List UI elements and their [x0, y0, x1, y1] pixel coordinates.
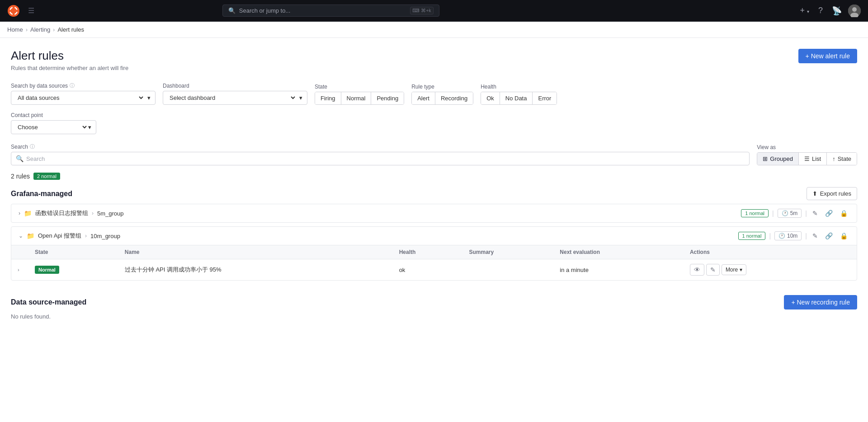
search-input-wrap: 🔍 [11, 152, 750, 165]
svg-point-2 [13, 6, 15, 8]
rule-type-recording-btn[interactable]: Recording [435, 92, 473, 104]
grafana-section-title: Grafana-managed [11, 190, 72, 198]
export-group-1-button[interactable]: 🔒 [838, 209, 849, 218]
clock-icon: 🕐 [778, 233, 785, 239]
dashboard-select[interactable]: Select dashboard ▾ [163, 91, 307, 105]
rules-table: State Name Health Summary Next evaluatio… [11, 245, 857, 280]
row-indent-cell: › [11, 259, 29, 281]
col-name: Name [119, 245, 394, 259]
folder-icon: 📁 [27, 232, 34, 239]
svg-point-7 [852, 7, 857, 12]
view-rule-button[interactable]: 👁 [690, 264, 704, 276]
health-ok-btn[interactable]: Ok [481, 92, 500, 104]
rules-count: 2 rules [11, 173, 30, 180]
export-group-2-button[interactable]: 🔒 [838, 231, 849, 240]
clock-icon: 🕐 [782, 210, 788, 216]
search-icon: 🔍 [228, 7, 236, 14]
arrow-separator: › [92, 210, 94, 216]
col-indent [11, 245, 29, 259]
search-shortcut: ⌨ ⌘+k [410, 7, 434, 14]
action-buttons: 👁 ✎ More ▾ [690, 264, 851, 276]
export-rules-button[interactable]: ⬆ Export rules [807, 187, 857, 200]
page-subtitle: Rules that determine whether an alert wi… [11, 65, 128, 71]
col-summary: Summary [463, 245, 554, 259]
group-name: 5m_group [97, 210, 124, 217]
data-source-dropdown[interactable]: All data sources [16, 94, 145, 102]
chevron-right-icon: › [19, 210, 20, 216]
rules-summary: 2 rules 2 normal [11, 173, 857, 180]
arrow-separator: › [85, 233, 87, 239]
contact-point-row: Contact point Choose ▾ [11, 112, 857, 134]
add-menu-button[interactable]: + ▾ [797, 4, 812, 17]
state-filter-group: State Firing Normal Pending [315, 84, 404, 105]
rule-group-2-row[interactable]: ⌄ 📁 Open Api 报警组 › 10m_group 1 normal | … [11, 227, 857, 245]
rule-expand-button[interactable]: › [17, 266, 20, 273]
app-logo[interactable] [7, 5, 20, 17]
new-alert-rule-button[interactable]: + New alert rule [798, 49, 857, 63]
normal-badge: 2 normal [33, 173, 60, 180]
view-grouped-btn[interactable]: ⊞ Grouped [757, 153, 799, 165]
state-icon: ↑ [832, 155, 835, 162]
interval-badge: 🕐 10m [774, 231, 802, 240]
search-group: Search ⓘ 🔍 [11, 143, 750, 165]
rule-type-alert-btn[interactable]: Alert [412, 92, 435, 104]
rule-group-1-row[interactable]: › 📁 函数错误日志报警组 › 5m_group 1 normal | 🕐 5m… [11, 204, 857, 222]
contact-point-select[interactable]: Choose ▾ [11, 120, 96, 134]
view-list-btn[interactable]: ☰ List [799, 153, 827, 165]
ds-section-header: Data source-managed + New recording rule [11, 295, 857, 309]
data-source-filter-group: Search by data sources ⓘ All data source… [11, 82, 156, 105]
rule-group-1: › 📁 函数错误日志报警组 › 5m_group 1 normal | 🕐 5m… [11, 204, 857, 223]
chevron-down-icon: ▾ [147, 94, 151, 101]
edit-rule-button[interactable]: ✎ [706, 264, 720, 276]
dashboard-dropdown[interactable]: Select dashboard [168, 94, 297, 102]
view-as-buttons: ⊞ Grouped ☰ List ↑ State [757, 152, 857, 165]
health-error-btn[interactable]: Error [533, 92, 557, 104]
edit-group-1-button[interactable]: ✎ [811, 209, 820, 218]
avatar[interactable] [848, 5, 861, 17]
view-state-btn[interactable]: ↑ State [827, 153, 857, 165]
group-2-expanded-content: State Name Health Summary Next evaluatio… [11, 245, 857, 280]
group-meta: 1 normal | 🕐 10m | ✎ 🔗 🔒 [738, 231, 849, 240]
col-health: Health [394, 245, 464, 259]
chevron-down-icon: ▾ [88, 124, 91, 131]
state-firing-btn[interactable]: Firing [315, 92, 341, 104]
rule-type-filter: Alert Recording [411, 92, 473, 105]
grafana-section-header: Grafana-managed ⬆ Export rules [11, 187, 857, 200]
rule-type-filter-group: Rule type Alert Recording [411, 84, 473, 105]
contact-point-dropdown[interactable]: Choose [16, 123, 88, 131]
dashboard-filter-group: Dashboard Select dashboard ▾ [163, 83, 307, 105]
no-rules-text: No rules found. [11, 313, 857, 320]
breadcrumb-alerting[interactable]: Alerting [30, 26, 50, 33]
edit-group-2-button[interactable]: ✎ [811, 231, 820, 240]
folder-icon: 📁 [24, 210, 32, 217]
rule-name-cell: 过去十分钟 API 调用成功率小于 95% [119, 259, 394, 281]
interval-badge: 🕐 5m [778, 209, 802, 218]
help-button[interactable]: ? [816, 4, 826, 17]
link-group-1-button[interactable]: 🔗 [823, 209, 835, 218]
state-pending-btn[interactable]: Pending [371, 92, 404, 104]
global-search[interactable]: 🔍 Search or jump to... ⌨ ⌘+k [222, 5, 439, 17]
rule-health-cell: ok [394, 259, 464, 281]
notifications-button[interactable]: 📡 [829, 4, 844, 18]
search-row: Search ⓘ 🔍 View as ⊞ Grouped ☰ List [11, 143, 857, 165]
breadcrumb-current: Alert rules [57, 26, 84, 33]
export-icon: ⬆ [812, 190, 817, 197]
folder-name: Open Api 报警组 [38, 232, 81, 240]
data-source-select[interactable]: All data sources ▾ [11, 91, 156, 105]
state-normal-btn[interactable]: Normal [341, 92, 372, 104]
rule-summary-cell [463, 259, 554, 281]
state-filter: Firing Normal Pending [315, 92, 404, 105]
rule-actions-cell: 👁 ✎ More ▾ [684, 259, 857, 281]
search-input[interactable] [26, 155, 745, 162]
topnav-right-actions: + ▾ ? 📡 [797, 4, 861, 18]
page-title: Alert rules [11, 49, 128, 63]
hamburger-menu[interactable]: ☰ [25, 5, 37, 17]
grouped-icon: ⊞ [763, 155, 768, 162]
search-icon: 🔍 [16, 155, 24, 162]
health-nodata-btn[interactable]: No Data [500, 92, 533, 104]
rule-state-cell: Normal [29, 259, 119, 281]
breadcrumb-home[interactable]: Home [7, 26, 23, 33]
new-recording-rule-button[interactable]: + New recording rule [784, 295, 857, 309]
link-group-2-button[interactable]: 🔗 [823, 231, 835, 240]
more-actions-button[interactable]: More ▾ [722, 264, 746, 275]
